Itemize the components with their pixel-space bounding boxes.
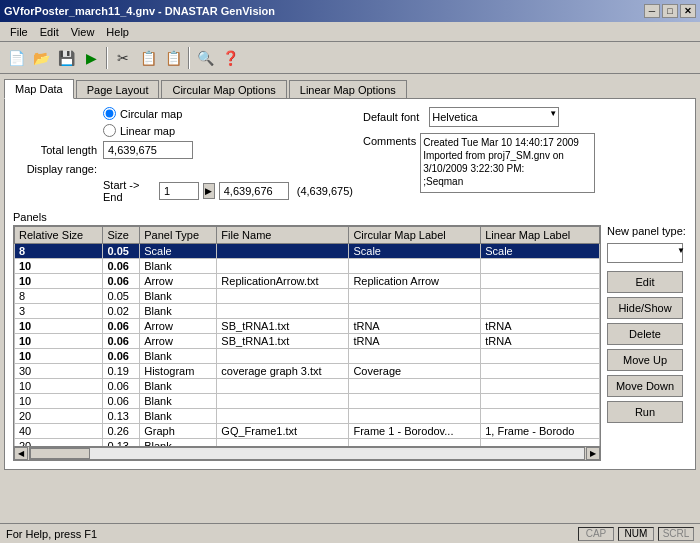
col-linear-label: Linear Map Label bbox=[481, 227, 600, 244]
scroll-track[interactable] bbox=[29, 447, 585, 460]
toolbar-open[interactable]: 📂 bbox=[29, 46, 53, 70]
col-panel-type: Panel Type bbox=[140, 227, 217, 244]
status-bar: For Help, press F1 CAP NUM SCRL bbox=[0, 523, 700, 543]
menu-view[interactable]: View bbox=[65, 24, 101, 40]
main-content: Map Data Page Layout Circular Map Option… bbox=[0, 74, 700, 474]
toolbar-save[interactable]: 💾 bbox=[54, 46, 78, 70]
table-row[interactable]: 30 bbox=[15, 364, 103, 379]
hide-show-button[interactable]: Hide/Show bbox=[607, 297, 683, 319]
panel-buttons: New panel type: Edit Hide/Show Delete Mo… bbox=[607, 225, 687, 461]
end-value-input[interactable] bbox=[219, 182, 289, 200]
circular-map-radio[interactable]: Circular map bbox=[103, 107, 182, 120]
toolbar: 📄 📂 💾 ▶ ✂ 📋 📋 🔍 ❓ bbox=[0, 42, 700, 74]
panels-table-scroll[interactable]: Relative Size Size Panel Type File Name … bbox=[14, 226, 600, 446]
table-row[interactable]: 20 bbox=[15, 409, 103, 424]
move-down-button[interactable]: Move Down bbox=[607, 375, 683, 397]
table-row[interactable]: 8 bbox=[15, 289, 103, 304]
end-annotation: (4,639,675) bbox=[297, 185, 353, 197]
panels-table-wrapper: Relative Size Size Panel Type File Name … bbox=[13, 225, 601, 461]
table-row[interactable]: 10 bbox=[15, 379, 103, 394]
close-button[interactable]: ✕ bbox=[680, 4, 696, 18]
menu-edit[interactable]: Edit bbox=[34, 24, 65, 40]
toolbar-run[interactable]: ▶ bbox=[79, 46, 103, 70]
col-relative-size: Relative Size bbox=[15, 227, 103, 244]
comments-textarea[interactable] bbox=[420, 133, 595, 193]
total-length-label: Total length bbox=[13, 144, 103, 156]
panels-table: Relative Size Size Panel Type File Name … bbox=[14, 226, 600, 446]
move-up-button[interactable]: Move Up bbox=[607, 349, 683, 371]
table-row[interactable]: 3 bbox=[15, 304, 103, 319]
menu-bar: File Edit View Help bbox=[0, 22, 700, 42]
table-row[interactable]: 10 bbox=[15, 394, 103, 409]
table-row[interactable]: 40 bbox=[15, 424, 103, 439]
menu-file[interactable]: File bbox=[4, 24, 34, 40]
menu-help[interactable]: Help bbox=[100, 24, 135, 40]
maximize-button[interactable]: □ bbox=[662, 4, 678, 18]
default-font-label: Default font bbox=[363, 111, 419, 123]
total-length-input[interactable] bbox=[103, 141, 193, 159]
col-size: Size bbox=[103, 227, 140, 244]
table-row[interactable]: 10 bbox=[15, 274, 103, 289]
toolbar-help[interactable]: ❓ bbox=[218, 46, 242, 70]
scrl-indicator: SCRL bbox=[658, 527, 694, 541]
panels-label: Panels bbox=[13, 211, 687, 223]
next-arrow-btn[interactable]: ▶ bbox=[203, 183, 215, 199]
tab-linear-options[interactable]: Linear Map Options bbox=[289, 80, 407, 99]
table-row[interactable]: 10 bbox=[15, 349, 103, 364]
toolbar-sep-1 bbox=[106, 47, 108, 69]
horizontal-scrollbar[interactable]: ◀ ▶ bbox=[14, 446, 600, 460]
linear-map-radio[interactable]: Linear map bbox=[103, 124, 182, 137]
num-indicator: NUM bbox=[618, 527, 654, 541]
edit-button[interactable]: Edit bbox=[607, 271, 683, 293]
toolbar-cut[interactable]: ✂ bbox=[111, 46, 135, 70]
scroll-left-btn[interactable]: ◀ bbox=[14, 447, 28, 460]
default-font-select[interactable]: Helvetica bbox=[429, 107, 559, 127]
new-panel-type-select[interactable] bbox=[607, 243, 683, 263]
toolbar-new[interactable]: 📄 bbox=[4, 46, 28, 70]
col-file-name: File Name bbox=[217, 227, 349, 244]
table-row[interactable]: 10 bbox=[15, 259, 103, 274]
cap-indicator: CAP bbox=[578, 527, 614, 541]
table-row[interactable]: 10 bbox=[15, 319, 103, 334]
comments-label: Comments bbox=[363, 133, 416, 147]
table-row[interactable]: 10 bbox=[15, 334, 103, 349]
table-row[interactable]: 20 bbox=[15, 439, 103, 447]
toolbar-paste[interactable]: 📋 bbox=[161, 46, 185, 70]
tab-content: Circular map Linear map Total length Dis… bbox=[4, 98, 696, 470]
minimize-button[interactable]: ─ bbox=[644, 4, 660, 18]
tabs: Map Data Page Layout Circular Map Option… bbox=[4, 78, 696, 98]
display-range-label: Display range: bbox=[13, 163, 103, 175]
status-help-text: For Help, press F1 bbox=[6, 528, 97, 540]
new-panel-type-label: New panel type: bbox=[607, 225, 687, 237]
col-circular-label: Circular Map Label bbox=[349, 227, 481, 244]
start-end-label: Start -> End bbox=[103, 179, 151, 203]
scroll-thumb[interactable] bbox=[30, 448, 90, 459]
tab-map-data[interactable]: Map Data bbox=[4, 79, 74, 99]
toolbar-search[interactable]: 🔍 bbox=[193, 46, 217, 70]
title-bar: GVforPoster_march11_4.gnv - DNASTAR GenV… bbox=[0, 0, 700, 22]
table-row[interactable]: 8 bbox=[15, 244, 103, 259]
scroll-right-btn[interactable]: ▶ bbox=[586, 447, 600, 460]
tab-page-layout[interactable]: Page Layout bbox=[76, 80, 160, 99]
toolbar-copy[interactable]: 📋 bbox=[136, 46, 160, 70]
toolbar-sep-2 bbox=[188, 47, 190, 69]
delete-button[interactable]: Delete bbox=[607, 323, 683, 345]
start-value-input[interactable] bbox=[159, 182, 199, 200]
tab-circular-options[interactable]: Circular Map Options bbox=[161, 80, 286, 99]
window-title: GVforPoster_march11_4.gnv - DNASTAR GenV… bbox=[4, 5, 275, 17]
run-button[interactable]: Run bbox=[607, 401, 683, 423]
